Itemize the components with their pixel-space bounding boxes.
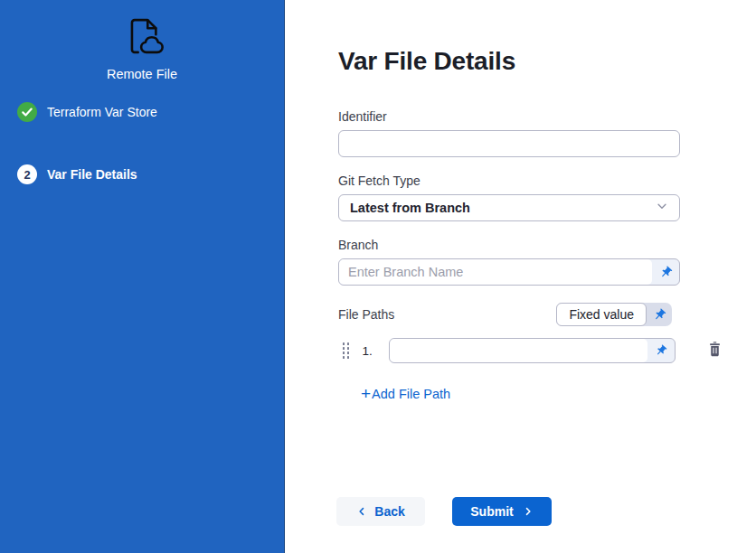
add-file-path-link[interactable]: + Add File Path — [361, 387, 450, 401]
pin-icon — [656, 262, 675, 281]
submit-button[interactable]: Submit — [452, 497, 552, 526]
step-number-badge: 2 — [17, 164, 37, 184]
branch-group: Branch — [338, 238, 680, 286]
row-index: 1. — [362, 344, 374, 358]
file-paths-header: File Paths Fixed value — [338, 303, 680, 326]
chevron-down-icon — [656, 200, 668, 216]
file-paths-label: File Paths — [338, 307, 394, 322]
branch-input-shell — [338, 258, 680, 286]
delete-row-button[interactable] — [707, 341, 723, 361]
chevron-left-icon — [356, 505, 367, 518]
add-file-path-label: Add File Path — [372, 387, 450, 401]
pin-icon — [649, 305, 668, 323]
file-path-row: 1. — [343, 338, 756, 363]
submit-button-label: Submit — [470, 504, 513, 519]
chevron-right-icon — [523, 505, 534, 518]
page-title: Var File Details — [338, 47, 756, 76]
step-label: Terraform Var Store — [47, 105, 157, 119]
step-label: Var File Details — [47, 167, 137, 182]
wizard-step-terraform-var-store[interactable]: Terraform Var Store — [0, 102, 284, 122]
store-type-label: Remote File — [107, 67, 177, 81]
git-fetch-type-label: Git Fetch Type — [338, 173, 680, 188]
remote-file-cloud-icon — [118, 13, 165, 63]
file-path-multitype-pin-button[interactable] — [647, 339, 675, 362]
wizard-step-var-file-details[interactable]: 2 Var File Details — [0, 164, 284, 184]
git-fetch-type-value: Latest from Branch — [350, 201, 470, 215]
wizard-sidebar: Remote File Terraform Var Store 2 Var Fi… — [0, 0, 285, 553]
identifier-input[interactable] — [338, 130, 680, 157]
pin-icon — [652, 342, 670, 360]
trash-icon — [707, 341, 723, 361]
branch-input[interactable] — [339, 259, 652, 285]
fixed-value-type-button[interactable]: Fixed value — [556, 303, 647, 326]
footer-actions: Back Submit — [336, 497, 756, 526]
git-fetch-type-select[interactable]: Latest from Branch — [338, 194, 680, 221]
file-path-input-shell — [389, 338, 676, 363]
drag-handle-icon[interactable] — [343, 342, 349, 358]
branch-label: Branch — [338, 238, 680, 252]
file-paths-multitype-pin-button[interactable] — [647, 303, 672, 326]
var-file-details-wizard: Remote File Terraform Var Store 2 Var Fi… — [0, 0, 756, 553]
store-type-header: Remote File — [0, 13, 284, 81]
git-fetch-type-group: Git Fetch Type Latest from Branch — [338, 173, 680, 221]
identifier-group: Identifier — [338, 109, 680, 157]
back-button-label: Back — [374, 504, 404, 519]
branch-multitype-pin-button[interactable] — [652, 259, 679, 285]
file-paths-multitype-combo: Fixed value — [556, 303, 672, 326]
file-path-input[interactable] — [390, 339, 647, 362]
back-button[interactable]: Back — [336, 497, 425, 526]
var-file-details-form: Var File Details Identifier Git Fetch Ty… — [285, 0, 756, 553]
step-completed-check-icon — [17, 102, 37, 122]
identifier-label: Identifier — [338, 109, 680, 124]
plus-icon: + — [361, 388, 371, 400]
